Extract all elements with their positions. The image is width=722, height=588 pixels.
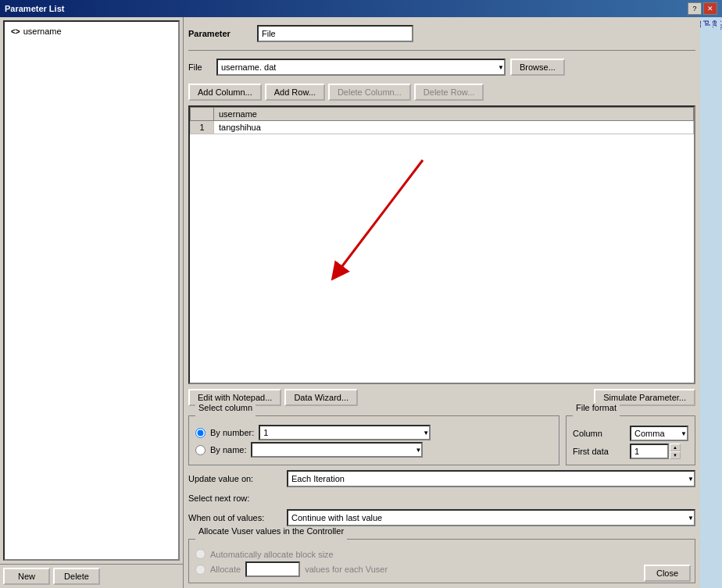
file-label: File — [188, 62, 212, 72]
toolbar-row: Add Column... Add Row... Delete Column..… — [188, 82, 695, 102]
allocate-legend: Allocate Vuser values in the Controller — [195, 526, 347, 536]
update-value-row: Update value on: Each Iteration Each Occ… — [188, 470, 695, 487]
spinner-down-button[interactable]: ▼ — [670, 451, 681, 459]
by-name-row: By name: ▼ — [195, 442, 552, 458]
data-table-area[interactable]: username 1 tangshihua — [188, 105, 695, 384]
auto-allocate-radio[interactable] — [195, 549, 206, 559]
when-out-label: When out of values: — [188, 513, 282, 522]
by-name-arrow-icon: ▼ — [416, 447, 422, 454]
file-input-wrapper: ▼ — [216, 59, 506, 76]
column-format-row: Column Comma Tab Space ▼ — [573, 426, 688, 441]
table-row[interactable]: 1 tangshihua — [191, 121, 694, 134]
table-container: username 1 tangshihua — [188, 105, 695, 384]
title-bar: Parameter List ? ✕ — [0, 0, 722, 17]
spinner-buttons: ▲ ▼ — [670, 444, 681, 459]
username-cell[interactable]: tangshihua — [214, 121, 694, 134]
by-name-label: By name: — [210, 445, 246, 454]
dialog-footer: Close — [644, 565, 691, 582]
first-data-label: First data — [573, 447, 624, 456]
select-next-row-label: Select next row: — [188, 494, 282, 503]
allocate-radio[interactable] — [195, 565, 206, 575]
select-column-legend: Select column — [195, 403, 256, 412]
add-column-button[interactable]: Add Column... — [188, 84, 262, 101]
when-out-combo-wrapper: Continue with last value Abort Vuser Loo… — [287, 509, 695, 526]
column-format-combo[interactable]: Comma Tab Space — [630, 426, 688, 441]
column-format-label: Column — [573, 429, 624, 438]
column-format-combo-wrapper: Comma Tab Space ▼ — [630, 426, 688, 441]
parameter-row: Parameter File Table Random Number Uniqu… — [188, 22, 695, 45]
data-table: username 1 tangshihua — [190, 107, 694, 134]
first-data-row: First data ▲ ▼ — [573, 444, 688, 459]
by-number-row: By number: ▼ — [195, 425, 552, 440]
username-column-header: username — [214, 108, 694, 121]
title-bar-text: Parameter List — [5, 4, 688, 13]
first-data-input[interactable] — [630, 444, 669, 459]
diamond-icon: <> — [11, 27, 20, 36]
left-panel: <> username New Delete — [0, 17, 184, 588]
row-number-cell: 1 — [191, 121, 214, 134]
main-dialog: <> username New Delete Parameter File Ta… — [0, 17, 722, 588]
right-panel: Parameter File Table Random Number Uniqu… — [184, 17, 700, 588]
new-button[interactable]: New — [3, 568, 50, 585]
by-number-radio[interactable] — [195, 428, 206, 438]
file-format-group: File format Column Comma Tab Space ▼ Fir… — [566, 411, 695, 465]
allocate-row: Allocate values for each Vuser — [195, 561, 688, 577]
parameter-combo[interactable]: File Table Random Number Unique Number — [257, 25, 413, 42]
by-number-label: By number: — [210, 428, 254, 437]
data-wizard-button[interactable]: Data Wizard... — [284, 389, 358, 406]
allocate-values-label: values for each Vuser — [305, 565, 388, 574]
tree-item-label: username — [23, 27, 62, 36]
select-column-group: Select column By number: ▼ By name: ▼ — [188, 411, 559, 465]
tree-item-username[interactable]: <> username — [8, 25, 175, 37]
auto-allocate-label: Automatically allocate block size — [210, 550, 334, 559]
by-name-input[interactable] — [251, 442, 423, 458]
first-data-spinner: ▲ ▼ — [630, 444, 681, 459]
file-input[interactable] — [216, 59, 506, 76]
parameter-tree[interactable]: <> username — [3, 20, 180, 561]
allocate-input[interactable] — [245, 561, 300, 577]
when-out-row: When out of values: Continue with last v… — [188, 509, 695, 526]
spinner-up-button[interactable]: ▲ — [670, 444, 681, 451]
auto-allocate-row: Automatically allocate block size — [195, 549, 688, 559]
delete-column-button[interactable]: Delete Column... — [328, 84, 411, 101]
left-panel-buttons: New Delete — [0, 564, 183, 588]
separator1 — [188, 50, 695, 51]
by-name-input-wrapper: ▼ — [251, 442, 423, 458]
options-section: Select column By number: ▼ By name: ▼ — [188, 411, 695, 465]
by-name-radio[interactable] — [195, 445, 206, 455]
add-row-button[interactable]: Add Row... — [265, 84, 325, 101]
browse-button[interactable]: Browse... — [510, 59, 565, 76]
close-button[interactable]: Close — [644, 565, 691, 582]
by-number-input-wrapper: ▼ — [259, 425, 431, 440]
file-format-legend: File format — [573, 403, 620, 412]
right-sidebar-text: . h.er.plgn — [700, 20, 722, 30]
title-bar-buttons: ? ✕ — [688, 2, 717, 15]
file-row: File ▼ Browse... — [188, 55, 695, 79]
update-value-combo[interactable]: Each Iteration Each Occurrence Once — [287, 470, 695, 487]
delete-row-button[interactable]: Delete Row... — [414, 84, 484, 101]
by-number-arrow-icon: ▼ — [423, 429, 429, 437]
update-value-label: Update value on: — [188, 474, 282, 483]
when-out-combo[interactable]: Continue with last value Abort Vuser Loo… — [287, 509, 695, 526]
allocate-group: Allocate Vuser values in the Controller … — [188, 534, 695, 583]
help-button[interactable]: ? — [688, 2, 702, 15]
update-value-combo-wrapper: Each Iteration Each Occurrence Once ▼ — [287, 470, 695, 487]
parameter-label: Parameter — [188, 29, 251, 38]
delete-button[interactable]: Delete — [53, 568, 100, 585]
by-number-input[interactable] — [259, 425, 431, 440]
select-next-row-label-row: Select next row: — [188, 494, 695, 503]
right-sidebar: . h.er.plgn — [700, 17, 722, 588]
allocate-label: Allocate — [210, 565, 241, 574]
row-number-header — [191, 108, 214, 121]
parameter-combo-wrapper: File Table Random Number Unique Number — [257, 25, 413, 42]
window-close-button[interactable]: ✕ — [703, 2, 717, 15]
